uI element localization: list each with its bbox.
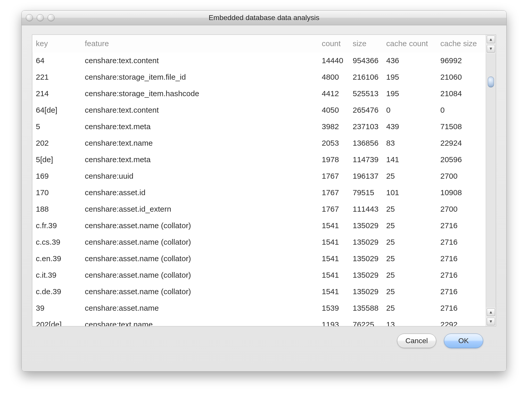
cell-cache_size: 2700 <box>437 168 486 184</box>
scrollbar-track[interactable] <box>486 53 496 308</box>
cell-count: 14440 <box>318 52 349 69</box>
table-row[interactable]: 202censhare:text.name20531368568322924 <box>32 135 486 151</box>
cell-cache_size: 2716 <box>437 234 486 250</box>
table-row[interactable]: 39censhare:asset.name1539135588252716 <box>32 300 486 316</box>
cell-cache_count: 25 <box>383 283 437 300</box>
cell-size: 216106 <box>349 69 383 85</box>
data-table-frame: key feature count size cache count cache… <box>32 35 496 326</box>
cell-size: 76225 <box>349 316 383 326</box>
cell-cache_count: 0 <box>383 102 437 118</box>
table-row[interactable]: 221censhare:storage_item.file_id48002161… <box>32 69 486 85</box>
window-close-button[interactable] <box>26 14 33 21</box>
table-row[interactable]: 169censhare:uuid1767196137252700 <box>32 168 486 184</box>
scroll-line-down-icon[interactable]: ▼ <box>487 45 495 53</box>
table-header-row: key feature count size cache count cache… <box>32 35 486 52</box>
cell-count: 1539 <box>318 300 349 316</box>
cell-size: 954366 <box>349 52 383 69</box>
cancel-button[interactable]: Cancel <box>397 334 436 348</box>
vertical-scrollbar[interactable]: ▲ ▼ ▲ ▼ <box>486 35 496 326</box>
cell-cache_size: 71508 <box>437 118 486 135</box>
cell-count: 4800 <box>318 69 349 85</box>
table-row[interactable]: 64censhare:text.content14440954366436969… <box>32 52 486 69</box>
cell-count: 1767 <box>318 201 349 217</box>
cell-key: c.it.39 <box>32 267 81 283</box>
cell-key: c.de.39 <box>32 283 81 300</box>
cell-cache_count: 25 <box>383 201 437 217</box>
table-row[interactable]: c.de.39censhare:asset.name (collator)154… <box>32 283 486 300</box>
cell-size: 135029 <box>349 234 383 250</box>
cell-key: 202 <box>32 135 81 151</box>
cell-count: 1193 <box>318 316 349 326</box>
cell-count: 1541 <box>318 217 349 234</box>
cell-cache_count: 25 <box>383 267 437 283</box>
cell-size: 111443 <box>349 201 383 217</box>
cell-cache_count: 25 <box>383 250 437 267</box>
table-row[interactable]: 64[de]censhare:text.content405026547600 <box>32 102 486 118</box>
cell-feature: censhare:asset.name (collator) <box>81 283 318 300</box>
table-row[interactable]: c.en.39censhare:asset.name (collator)154… <box>32 250 486 267</box>
cell-key: c.fr.39 <box>32 217 81 234</box>
cell-size: 525513 <box>349 85 383 102</box>
col-header-cache-size[interactable]: cache size <box>437 35 486 52</box>
window-zoom-button[interactable] <box>47 14 55 21</box>
cell-feature: censhare:text.content <box>81 102 318 118</box>
cell-feature: censhare:asset.id <box>81 184 318 201</box>
col-header-feature[interactable]: feature <box>81 35 318 52</box>
cell-cache_size: 2716 <box>437 267 486 283</box>
col-header-cache-count[interactable]: cache count <box>383 35 437 52</box>
cell-feature: censhare:storage_item.file_id <box>81 69 318 85</box>
scroll-page-up-icon[interactable]: ▲ <box>487 308 495 316</box>
cell-cache_count: 83 <box>383 135 437 151</box>
table-row[interactable]: 170censhare:asset.id17677951510110908 <box>32 184 486 201</box>
cell-cache_size: 2292 <box>437 316 486 326</box>
cell-cache_size: 10908 <box>437 184 486 201</box>
cell-key: 5 <box>32 118 81 135</box>
cell-cache_count: 25 <box>383 300 437 316</box>
col-header-count[interactable]: count <box>318 35 349 52</box>
cell-cache_count: 25 <box>383 217 437 234</box>
scroll-line-up-icon[interactable]: ▲ <box>487 36 495 43</box>
cell-cache_size: 0 <box>437 102 486 118</box>
cell-count: 4050 <box>318 102 349 118</box>
cell-cache_count: 141 <box>383 151 437 168</box>
dialog-footer: Cancel OK <box>32 326 496 364</box>
table-row[interactable]: 214censhare:storage_item.hashcode4412525… <box>32 85 486 102</box>
scrollbar-thumb[interactable] <box>488 77 494 87</box>
cell-size: 135029 <box>349 267 383 283</box>
cell-cache_count: 439 <box>383 118 437 135</box>
data-table: key feature count size cache count cache… <box>32 35 486 326</box>
cell-count: 1541 <box>318 267 349 283</box>
table-row[interactable]: c.cs.39censhare:asset.name (collator)154… <box>32 234 486 250</box>
table-row[interactable]: 5censhare:text.meta398223710343971508 <box>32 118 486 135</box>
table-row[interactable]: 188censhare:asset.id_extern1767111443252… <box>32 201 486 217</box>
cell-key: 169 <box>32 168 81 184</box>
cell-feature: censhare:asset.name (collator) <box>81 234 318 250</box>
cell-size: 136856 <box>349 135 383 151</box>
cell-feature: censhare:storage_item.hashcode <box>81 85 318 102</box>
table-row[interactable]: c.it.39censhare:asset.name (collator)154… <box>32 267 486 283</box>
cell-size: 135029 <box>349 250 383 267</box>
cell-size: 114739 <box>349 151 383 168</box>
table-row[interactable]: 5[de]censhare:text.meta19781147391412059… <box>32 151 486 168</box>
cell-count: 1541 <box>318 250 349 267</box>
cell-cache_count: 101 <box>383 184 437 201</box>
col-header-key[interactable]: key <box>32 35 81 52</box>
cell-cache_size: 22924 <box>437 135 486 151</box>
cell-count: 1767 <box>318 168 349 184</box>
dialog-window: Embedded database data analysis <box>21 10 507 372</box>
col-header-size[interactable]: size <box>349 35 383 52</box>
table-row[interactable]: c.fr.39censhare:asset.name (collator)154… <box>32 217 486 234</box>
cell-count: 4412 <box>318 85 349 102</box>
cell-cache_count: 195 <box>383 85 437 102</box>
cell-size: 135029 <box>349 283 383 300</box>
traffic-lights <box>26 14 55 21</box>
ok-button[interactable]: OK <box>444 334 483 348</box>
cell-key: 64[de] <box>32 102 81 118</box>
scroll-page-down-icon[interactable]: ▼ <box>487 318 495 325</box>
table-row[interactable]: 202[de]censhare:text.name119376225132292 <box>32 316 486 326</box>
cell-size: 237103 <box>349 118 383 135</box>
cell-count: 1541 <box>318 283 349 300</box>
titlebar[interactable]: Embedded database data analysis <box>22 11 506 25</box>
window-minimize-button[interactable] <box>37 14 44 21</box>
data-table-scroll[interactable]: key feature count size cache count cache… <box>32 35 486 326</box>
